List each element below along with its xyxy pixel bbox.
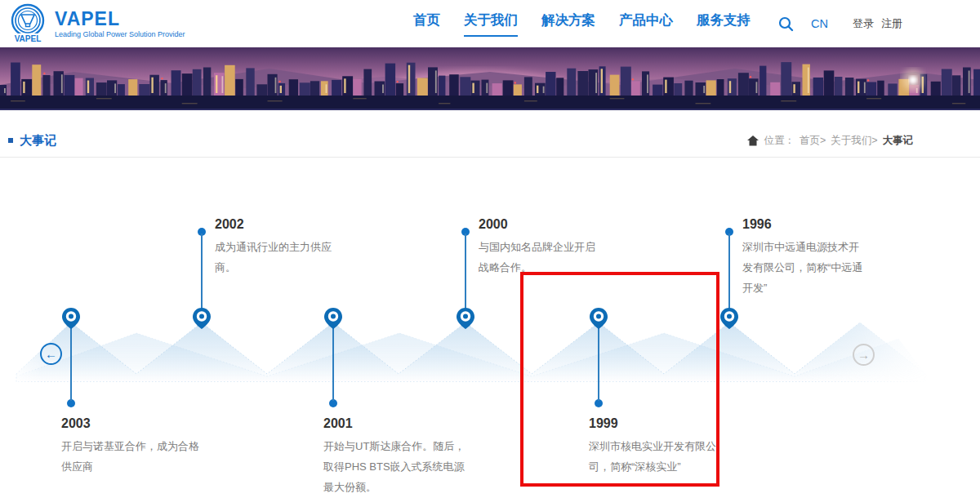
timeline-stem bbox=[332, 327, 334, 401]
event-description: 开启与诺基亚合作，成为合格供应商 bbox=[61, 436, 205, 477]
map-pin-icon bbox=[62, 308, 80, 329]
map-pin-icon bbox=[324, 308, 342, 329]
timeline-stem bbox=[465, 233, 466, 309]
map-pin-icon bbox=[457, 308, 474, 329]
event-description: 深圳市中远通电源技术开发有限公司，简称“中远通开发” bbox=[742, 237, 865, 298]
main-nav: 首页关于我们解决方案产品中心服务支持 bbox=[413, 11, 751, 37]
timeline-stem bbox=[728, 233, 730, 309]
brand-name: VAPEL bbox=[55, 9, 185, 29]
brand-logo[interactable]: VAPEL VAPEL Leading Global Power Solutio… bbox=[8, 3, 185, 44]
breadcrumb-bar: 大事记 位置： 首页>关于我们> 大事记 bbox=[0, 124, 980, 158]
breadcrumb-location-label: 位置： bbox=[764, 134, 795, 148]
map-pin-icon bbox=[193, 308, 211, 329]
nav-item[interactable]: 解决方案 bbox=[541, 11, 595, 37]
nav-item[interactable]: 关于我们 bbox=[464, 11, 518, 37]
square-bullet-icon bbox=[8, 138, 13, 143]
timeline-stem bbox=[201, 233, 203, 309]
breadcrumb-link[interactable]: 关于我们> bbox=[831, 134, 877, 148]
timeline-wave-decoration bbox=[0, 313, 980, 382]
timeline-next-button[interactable]: → bbox=[853, 344, 875, 366]
nav-item[interactable]: 服务支持 bbox=[697, 11, 751, 37]
top-header: VAPEL VAPEL Leading Global Power Solutio… bbox=[0, 0, 980, 47]
vapel-logo-icon: VAPEL bbox=[8, 3, 47, 44]
event-year: 1999 bbox=[589, 416, 721, 431]
map-pin-icon bbox=[590, 308, 608, 329]
event-description: 成为通讯行业的主力供应商。 bbox=[215, 237, 337, 278]
breadcrumb: 位置： 首页>关于我们> 大事记 bbox=[747, 134, 913, 148]
login-link[interactable]: 登录 bbox=[853, 16, 874, 31]
timeline-stem bbox=[598, 327, 599, 401]
event-year: 2002 bbox=[215, 217, 337, 232]
register-link[interactable]: 注册 bbox=[881, 16, 902, 31]
breadcrumb-current: 大事记 bbox=[883, 134, 914, 148]
milestones-timeline: 2003 开启与诺基亚合作，成为合格供应商 2002 成为通讯行业的主力供应商。 bbox=[0, 158, 980, 498]
event-year: 1996 bbox=[742, 217, 865, 232]
event-description: 与国内知名品牌企业开启战略合作。 bbox=[479, 237, 601, 278]
event-year: 2000 bbox=[479, 217, 601, 232]
page-title: 大事记 bbox=[8, 133, 56, 149]
arrow-right-icon: → bbox=[858, 349, 870, 361]
search-icon bbox=[778, 16, 794, 32]
hero-banner-city-skyline bbox=[0, 47, 980, 110]
nav-item[interactable]: 首页 bbox=[413, 11, 440, 37]
svg-text:VAPEL: VAPEL bbox=[15, 34, 42, 43]
event-description: 深圳市核电实业开发有限公司，简称“深核实业” bbox=[589, 436, 721, 477]
language-toggle[interactable]: CN bbox=[811, 17, 828, 30]
timeline-prev-button[interactable]: ← bbox=[40, 343, 62, 365]
nav-item[interactable]: 产品中心 bbox=[619, 11, 673, 37]
breadcrumb-link[interactable]: 首页> bbox=[800, 134, 826, 148]
search-button[interactable] bbox=[778, 16, 794, 32]
home-icon[interactable] bbox=[747, 136, 759, 146]
brand-tagline: Leading Global Power Solution Provider bbox=[55, 30, 185, 38]
event-year: 2003 bbox=[61, 416, 205, 431]
event-year: 2001 bbox=[323, 416, 472, 431]
event-description: 开始与UT斯达康合作。随后，取得PHS BTS嵌入式系统电源最大份额。 bbox=[323, 436, 472, 497]
timeline-stem bbox=[70, 327, 72, 401]
map-pin-icon bbox=[720, 308, 738, 329]
arrow-left-icon: ← bbox=[45, 348, 57, 360]
